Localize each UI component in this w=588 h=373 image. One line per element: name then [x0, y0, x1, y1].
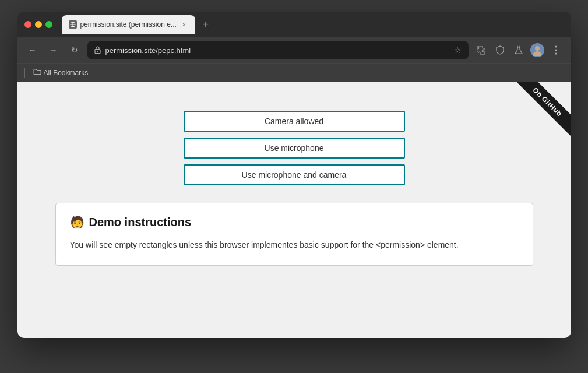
minimize-button[interactable] — [35, 21, 42, 28]
tab-bar: permission.site (permission e... × + — [62, 15, 564, 34]
camera-allowed-button[interactable]: Camera allowed — [184, 111, 405, 132]
instructions-header: 🧑 Demo instructions — [70, 215, 519, 229]
star-icon[interactable]: ☆ — [454, 45, 462, 55]
page-content: On GitHub Camera allowed Use microphone … — [17, 82, 571, 338]
traffic-lights — [24, 21, 52, 28]
close-button[interactable] — [24, 21, 31, 28]
tab-site-icon — [69, 20, 77, 29]
bookmarks-bar: All Bookmarks — [17, 63, 571, 82]
menu-button[interactable] — [548, 42, 564, 58]
extensions-button[interactable] — [473, 42, 490, 58]
instructions-box: 🧑 Demo instructions You will see empty r… — [55, 203, 533, 266]
folder-icon — [33, 68, 41, 77]
bookmarks-divider — [24, 68, 25, 78]
back-button[interactable]: ← — [24, 42, 41, 58]
refresh-button[interactable]: ↻ — [66, 42, 83, 58]
tab-close-button[interactable]: × — [180, 20, 188, 29]
shield-button[interactable] — [492, 42, 508, 58]
instructions-emoji: 🧑 — [70, 215, 84, 229]
svg-point-7 — [535, 46, 540, 51]
all-bookmarks-label: All Bookmarks — [44, 69, 89, 77]
svg-point-8 — [555, 46, 557, 48]
forward-button[interactable]: → — [45, 42, 62, 58]
use-microphone-camera-button[interactable]: Use microphone and camera — [184, 164, 405, 185]
instructions-title: Demo instructions — [89, 216, 192, 229]
url-text: permission.site/pepc.html — [105, 46, 449, 55]
active-tab[interactable]: permission.site (permission e... × — [62, 15, 195, 34]
github-ribbon-label: On GitHub — [514, 82, 571, 135]
profile-avatar — [530, 43, 544, 57]
address-bar[interactable]: permission.site/pepc.html ☆ — [87, 41, 469, 59]
title-bar: permission.site (permission e... × + — [17, 12, 571, 37]
lock-icon — [94, 46, 101, 55]
tab-label: permission.site (permission e... — [80, 20, 177, 29]
browser-window: permission.site (permission e... × + ← →… — [17, 12, 571, 338]
permission-buttons-container: Camera allowed Use microphone Use microp… — [184, 111, 405, 185]
new-tab-button[interactable]: + — [198, 16, 214, 33]
svg-point-10 — [555, 53, 557, 55]
nav-actions — [473, 42, 564, 58]
svg-point-4 — [97, 51, 98, 52]
svg-point-9 — [555, 50, 557, 51]
nav-bar: ← → ↻ permission.site/pepc.html ☆ — [17, 37, 571, 63]
instructions-body: You will see empty rectangles unless thi… — [70, 238, 519, 251]
labs-button[interactable] — [510, 42, 527, 58]
all-bookmarks-item[interactable]: All Bookmarks — [30, 67, 92, 78]
profile-button[interactable] — [529, 42, 545, 58]
github-ribbon[interactable]: On GitHub — [501, 82, 571, 152]
maximize-button[interactable] — [45, 21, 52, 28]
use-microphone-button[interactable]: Use microphone — [184, 138, 405, 159]
